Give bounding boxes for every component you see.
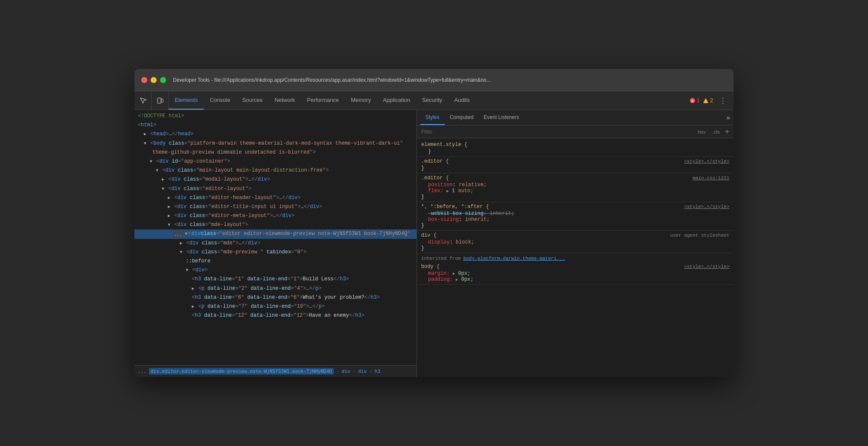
dom-html-tag[interactable]: <html> xyxy=(134,121,416,130)
svg-rect-1 xyxy=(161,99,163,102)
dom-mde-preview[interactable]: ▼ <div class="mde-preview " tabindex="0"… xyxy=(134,248,416,257)
dom-before-pseudo[interactable]: ::before xyxy=(134,257,416,266)
tab-sources[interactable]: Sources xyxy=(236,91,269,110)
breadcrumb-selected[interactable]: div.editor.editor-viewmode-preview.note-… xyxy=(149,368,334,375)
dom-app-container[interactable]: ▼ <div id="app-container"> xyxy=(134,157,416,166)
dom-breadcrumb: ... div.editor.editor-viewmode-preview.n… xyxy=(134,365,416,377)
traffic-lights xyxy=(141,77,166,83)
styles-filter-input[interactable] xyxy=(421,129,692,135)
styles-tabbar: Styles Computed Event Listeners » xyxy=(417,110,734,125)
dom-head[interactable]: ▶ <head>…</head> xyxy=(134,130,416,139)
dom-editor-header[interactable]: ▶ <div class="editor-header-layout">…</d… xyxy=(134,193,416,202)
dom-h3-1[interactable]: <h3 data-line="1" data-line-end="1">Buil… xyxy=(134,275,416,284)
editor-rule-1-closing: } xyxy=(421,165,729,171)
element-style-closing: } xyxy=(421,149,729,155)
close-button[interactable] xyxy=(141,77,147,83)
tab-security[interactable]: Security xyxy=(416,91,448,110)
dom-h3-3[interactable]: <h3 data-line="12" data-line-end="12">Ha… xyxy=(134,311,416,320)
inherited-class[interactable]: body.platform-darwin.theme-materi... xyxy=(463,256,565,261)
tab-application[interactable]: Application xyxy=(377,91,416,110)
dom-doctype[interactable]: <!DOCTYPE html> xyxy=(134,112,416,121)
more-options-button[interactable]: ⋮ xyxy=(716,96,729,105)
body-props: margin: ▶ 0px; padding: ▶ 0px; xyxy=(421,271,729,282)
tab-performance[interactable]: Performance xyxy=(301,91,345,110)
tab-network[interactable]: Network xyxy=(269,91,301,110)
css-prop-margin: margin: ▶ 0px; xyxy=(428,271,729,277)
editor-rule-2-source[interactable]: main.css:1221 xyxy=(693,175,729,181)
div-rule-header: div { user agent stylesheet xyxy=(421,232,729,238)
tabs-right-section: ✕ 1 ! 2 ⋮ xyxy=(685,91,734,110)
editor-rule-2-closing: } xyxy=(421,194,729,200)
cls-button[interactable]: .cls xyxy=(711,128,722,135)
breadcrumb-dots[interactable]: ... xyxy=(138,369,146,374)
dom-main-layout[interactable]: ▼ <div class="main-layout main-layout-di… xyxy=(134,166,416,175)
universal-selector: *, *:before, *:after { xyxy=(421,204,489,210)
editor-rule-2-header: .editor { main.css:1221 xyxy=(421,175,729,181)
styles-content: element.style { } .editor { <style>…</st… xyxy=(417,138,734,377)
editor-rule-2: .editor { main.css:1221 position: relati… xyxy=(417,173,734,202)
body-rule: body { <style>…</style> margin: ▶ 0px; p… xyxy=(417,262,734,285)
inherited-label: Inherited from body.platform-darwin.them… xyxy=(417,253,734,262)
window-title: Developer Tools - file:///Applications/I… xyxy=(173,77,727,83)
dom-editor-layout[interactable]: ▼ <div class="editor-layout"> xyxy=(134,184,416,193)
warning-badge: ! 2 xyxy=(703,98,713,104)
universal-source[interactable]: <style>…</style> xyxy=(684,204,729,209)
inspect-icon[interactable] xyxy=(134,91,152,110)
dom-editor-selected[interactable]: ... ▼ <div class="editor editor-viewmode… xyxy=(134,229,416,238)
dom-mde[interactable]: ▶ <div class="mde">…</div> xyxy=(134,239,416,248)
div-source: user agent stylesheet xyxy=(670,233,729,238)
css-prop-box-sizing: box-sizing: inherit; xyxy=(428,217,729,223)
styles-tab-computed[interactable]: Computed xyxy=(445,110,479,125)
error-badge: ✕ 1 xyxy=(690,98,700,104)
css-prop-webkit-box-sizing: -webkit-box-sizing: inherit; xyxy=(428,211,729,217)
element-style-rule: element.style { } xyxy=(417,140,734,157)
tab-elements[interactable]: Elements xyxy=(169,91,204,110)
editor-rule-1-source[interactable]: <style>…</style> xyxy=(684,159,729,164)
css-prop-padding: padding: ▶ 0px; xyxy=(428,277,729,282)
devtools-main: <!DOCTYPE html> <html> ▶ <head>…</head> … xyxy=(134,110,734,377)
breadcrumb-div1[interactable]: div xyxy=(342,369,350,374)
tab-audits[interactable]: Audits xyxy=(448,91,476,110)
body-source[interactable]: <style>…</style> xyxy=(684,264,729,269)
div-closing: } xyxy=(421,245,729,251)
hov-button[interactable]: :hov xyxy=(695,128,707,135)
breadcrumb-h3[interactable]: h3 xyxy=(375,369,380,374)
dom-h3-2[interactable]: <h3 data-line="6" data-line-end="6">What… xyxy=(134,293,416,302)
svg-text:✕: ✕ xyxy=(691,99,694,103)
div-props: display: block; xyxy=(421,239,729,245)
svg-text:!: ! xyxy=(705,99,707,104)
styles-tab-styles[interactable]: Styles xyxy=(420,110,445,125)
fullscreen-button[interactable] xyxy=(160,77,166,83)
titlebar: Developer Tools - file:///Applications/I… xyxy=(134,69,734,91)
svg-rect-0 xyxy=(158,98,161,103)
dom-p-2[interactable]: ▶ <p data-line="7" data-line-end="10">…<… xyxy=(134,302,416,311)
dom-body[interactable]: ▼ <body class="platform-darwin theme-mat… xyxy=(134,139,416,148)
body-selector: body { xyxy=(421,264,440,270)
breadcrumb-div2[interactable]: div xyxy=(358,369,367,374)
dom-ellipsis-btn[interactable]: ... xyxy=(173,232,183,237)
editor-rule-2-props: position: relative; flex: ▶ 1 auto; xyxy=(421,182,729,194)
dom-body-classes-cont: theme-github-preview dimmable undetached… xyxy=(134,148,416,157)
add-rule-button[interactable]: + xyxy=(725,128,729,136)
editor-rule-1-selector: .editor { xyxy=(421,158,449,164)
dom-tree[interactable]: <!DOCTYPE html> <html> ▶ <head>…</head> … xyxy=(134,110,416,365)
dom-editor-meta[interactable]: ▶ <div class="editor-meta-layout">…</div… xyxy=(134,211,416,220)
universal-rule-header: *, *:before, *:after { <style>…</style> xyxy=(421,204,729,210)
tab-console[interactable]: Console xyxy=(204,91,236,110)
css-prop-position: position: relative; xyxy=(428,182,729,188)
dom-p-1[interactable]: ▶ <p data-line="2" data-line-end="4">…</… xyxy=(134,284,416,293)
dom-div[interactable]: ▼ <div> xyxy=(134,266,416,275)
device-icon[interactable] xyxy=(152,91,169,110)
styles-panel: Styles Computed Event Listeners » :hov .… xyxy=(417,110,734,377)
editor-rule-1: .editor { <style>…</style> } xyxy=(417,157,734,173)
styles-tab-event-listeners[interactable]: Event Listeners xyxy=(479,110,524,125)
dom-editor-title[interactable]: ▶ <div class="editor-title-input ui inpu… xyxy=(134,202,416,211)
dom-mde-layout[interactable]: ▼ <div class="mde-layout"> xyxy=(134,220,416,229)
styles-more-button[interactable]: » xyxy=(726,114,730,122)
dom-modal-layout[interactable]: ▶ <div class="modal-layout">…</div> xyxy=(134,175,416,184)
tab-memory[interactable]: Memory xyxy=(345,91,377,110)
minimize-button[interactable] xyxy=(151,77,157,83)
div-rule: div { user agent stylesheet display: blo… xyxy=(417,231,734,253)
body-rule-header: body { <style>…</style> xyxy=(421,264,729,270)
universal-props: -webkit-box-sizing: inherit; box-sizing:… xyxy=(421,211,729,223)
